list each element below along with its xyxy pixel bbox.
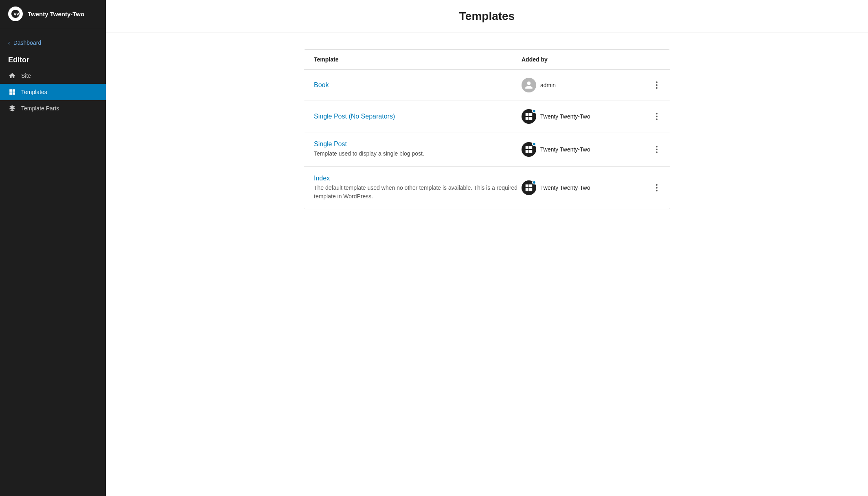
actions-cell-book — [644, 80, 660, 90]
more-options-button-book[interactable] — [653, 80, 660, 90]
template-link-single-post[interactable]: Single Post — [314, 140, 522, 148]
template-description-single-post: Template used to display a single blog p… — [314, 149, 522, 158]
sidebar-item-templates[interactable]: Templates — [0, 84, 106, 100]
template-parts-icon — [8, 104, 16, 112]
sidebar-item-template-parts-label: Template Parts — [21, 105, 59, 112]
author-name-book: admin — [540, 82, 556, 88]
added-by-cell-single-post-no-sep: Twenty Twenty-Two — [522, 109, 644, 124]
templates-icon — [8, 88, 16, 96]
added-by-cell-index: Twenty Twenty-Two — [522, 180, 644, 195]
col-added-by-header: Added by — [522, 56, 644, 63]
avatar-index — [522, 180, 536, 195]
template-description-index: The default template used when no other … — [314, 184, 522, 201]
template-link-index[interactable]: Index — [314, 175, 522, 182]
theme-dot — [532, 109, 536, 113]
actions-cell-index — [644, 182, 660, 193]
actions-cell-single-post — [644, 144, 660, 155]
sidebar: Twenty Twenty-Two ‹ Dashboard Editor Sit… — [0, 0, 106, 496]
templates-table: Template Added by Book admin — [304, 49, 670, 209]
sidebar-item-templates-label: Templates — [21, 89, 47, 95]
wp-logo — [8, 7, 23, 21]
editor-label: Editor — [0, 49, 106, 68]
avatar-single-post-no-sep — [522, 109, 536, 124]
table-row: Single Post Template used to display a s… — [304, 132, 670, 167]
main-content: Template Added by Book admin — [106, 33, 868, 496]
sidebar-item-site[interactable]: Site — [0, 68, 106, 84]
table-row: Index The default template used when no … — [304, 167, 670, 209]
sidebar-item-template-parts[interactable]: Template Parts — [0, 100, 106, 116]
avatar-book — [522, 78, 536, 92]
sidebar-header: Twenty Twenty-Two — [0, 0, 106, 28]
main-header: Templates — [106, 0, 868, 33]
added-by-cell-single-post: Twenty Twenty-Two — [522, 142, 644, 157]
sidebar-item-site-label: Site — [21, 72, 31, 79]
sidebar-nav: ‹ Dashboard Editor Site Templates — [0, 28, 106, 125]
template-cell-single-post: Single Post Template used to display a s… — [314, 140, 522, 158]
author-name-single-post: Twenty Twenty-Two — [540, 146, 590, 153]
avatar-single-post — [522, 142, 536, 157]
more-options-button-index[interactable] — [653, 182, 660, 193]
more-options-button-single-post-no-sep[interactable] — [653, 111, 660, 122]
theme-dot — [532, 142, 536, 146]
theme-dot — [532, 180, 536, 184]
page-title: Templates — [459, 10, 515, 23]
table-row: Book admin — [304, 70, 670, 101]
template-cell-index: Index The default template used when no … — [314, 175, 522, 201]
actions-cell-single-post-no-sep — [644, 111, 660, 122]
template-cell-book: Book — [314, 81, 522, 89]
home-icon — [8, 72, 16, 80]
chevron-left-icon: ‹ — [8, 40, 10, 46]
added-by-cell-book: admin — [522, 78, 644, 92]
col-template-header: Template — [314, 56, 522, 63]
table-row: Single Post (No Separators) Twenty Twent… — [304, 101, 670, 132]
template-link-book[interactable]: Book — [314, 81, 522, 89]
dashboard-link[interactable]: ‹ Dashboard — [0, 36, 106, 49]
author-name-index: Twenty Twenty-Two — [540, 184, 590, 191]
site-name: Twenty Twenty-Two — [28, 11, 84, 18]
template-cell-single-post-no-sep: Single Post (No Separators) — [314, 113, 522, 120]
main-content-area: Templates Template Added by Book — [106, 0, 868, 496]
more-options-button-single-post[interactable] — [653, 144, 660, 155]
author-name-single-post-no-sep: Twenty Twenty-Two — [540, 113, 590, 120]
template-link-single-post-no-sep[interactable]: Single Post (No Separators) — [314, 113, 522, 120]
table-header: Template Added by — [304, 50, 670, 70]
